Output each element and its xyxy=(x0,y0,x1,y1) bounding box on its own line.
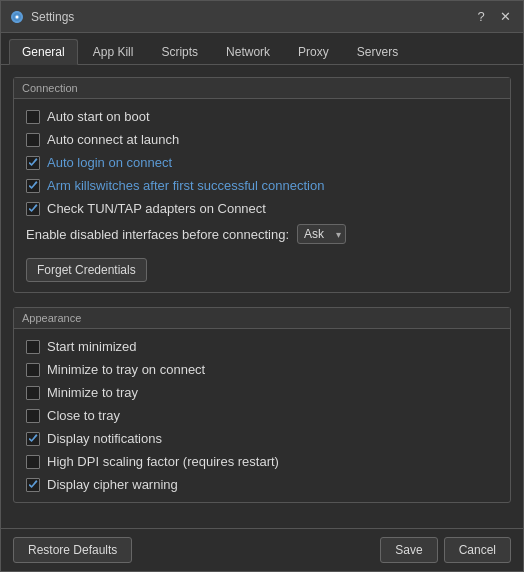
tab-network[interactable]: Network xyxy=(213,39,283,64)
display-cipher-label: Display cipher warning xyxy=(47,477,178,492)
auto-start-checkbox[interactable] xyxy=(26,110,40,124)
auto-login-label: Auto login on connect xyxy=(47,155,172,170)
close-button[interactable]: ✕ xyxy=(495,7,515,27)
start-min-checkbox[interactable] xyxy=(26,340,40,354)
auto-login-checkbox[interactable] xyxy=(26,156,40,170)
appearance-section-content: Start minimized Minimize to tray on conn… xyxy=(14,329,510,502)
connection-section-content: Auto start on boot Auto connect at launc… xyxy=(14,99,510,292)
tab-general[interactable]: General xyxy=(9,39,78,65)
auto-login-row: Auto login on connect xyxy=(26,155,498,170)
auto-start-label: Auto start on boot xyxy=(47,109,150,124)
forget-credentials-button[interactable]: Forget Credentials xyxy=(26,258,147,282)
window-title: Settings xyxy=(31,10,471,24)
start-min-label: Start minimized xyxy=(47,339,137,354)
auto-start-row: Auto start on boot xyxy=(26,109,498,124)
svg-point-0 xyxy=(16,15,19,18)
help-button[interactable]: ? xyxy=(471,7,491,27)
min-tray-connect-row: Minimize to tray on connect xyxy=(26,362,498,377)
arm-kill-label: Arm killswitches after first successful … xyxy=(47,178,324,193)
close-tray-row: Close to tray xyxy=(26,408,498,423)
display-notif-checkbox[interactable] xyxy=(26,432,40,446)
high-dpi-label: High DPI scaling factor (requires restar… xyxy=(47,454,279,469)
appearance-section: Appearance Start minimized Minimize to t… xyxy=(13,307,511,503)
interface-row: Enable disabled interfaces before connec… xyxy=(26,224,498,244)
interface-label: Enable disabled interfaces before connec… xyxy=(26,227,289,242)
display-cipher-checkbox[interactable] xyxy=(26,478,40,492)
settings-window: Settings ? ✕ General App Kill Scripts Ne… xyxy=(0,0,524,572)
auto-connect-checkbox[interactable] xyxy=(26,133,40,147)
connection-section-title: Connection xyxy=(14,78,510,99)
close-tray-label: Close to tray xyxy=(47,408,120,423)
tab-appkill[interactable]: App Kill xyxy=(80,39,147,64)
interface-select[interactable]: Ask Yes No xyxy=(297,224,346,244)
auto-connect-row: Auto connect at launch xyxy=(26,132,498,147)
min-tray-connect-label: Minimize to tray on connect xyxy=(47,362,205,377)
appearance-section-title: Appearance xyxy=(14,308,510,329)
auto-connect-label: Auto connect at launch xyxy=(47,132,179,147)
connection-section: Connection Auto start on boot Auto conne… xyxy=(13,77,511,293)
min-tray-checkbox[interactable] xyxy=(26,386,40,400)
tab-proxy[interactable]: Proxy xyxy=(285,39,342,64)
display-notif-label: Display notifications xyxy=(47,431,162,446)
display-notif-row: Display notifications xyxy=(26,431,498,446)
display-cipher-row: Display cipher warning xyxy=(26,477,498,492)
start-min-row: Start minimized xyxy=(26,339,498,354)
cancel-button[interactable]: Cancel xyxy=(444,537,511,563)
footer-right: Save Cancel xyxy=(380,537,511,563)
titlebar-controls: ? ✕ xyxy=(471,7,515,27)
min-tray-label: Minimize to tray xyxy=(47,385,138,400)
interface-select-wrapper: Ask Yes No ▾ xyxy=(297,224,346,244)
restore-defaults-button[interactable]: Restore Defaults xyxy=(13,537,132,563)
close-tray-checkbox[interactable] xyxy=(26,409,40,423)
footer: Restore Defaults Save Cancel xyxy=(1,528,523,571)
min-tray-row: Minimize to tray xyxy=(26,385,498,400)
check-tun-row: Check TUN/TAP adapters on Connect xyxy=(26,201,498,216)
app-icon xyxy=(9,9,25,25)
check-tun-label: Check TUN/TAP adapters on Connect xyxy=(47,201,266,216)
titlebar: Settings ? ✕ xyxy=(1,1,523,33)
arm-kill-row: Arm killswitches after first successful … xyxy=(26,178,498,193)
save-button[interactable]: Save xyxy=(380,537,437,563)
tab-bar: General App Kill Scripts Network Proxy S… xyxy=(1,33,523,65)
min-tray-connect-checkbox[interactable] xyxy=(26,363,40,377)
high-dpi-checkbox[interactable] xyxy=(26,455,40,469)
tab-servers[interactable]: Servers xyxy=(344,39,411,64)
check-tun-checkbox[interactable] xyxy=(26,202,40,216)
high-dpi-row: High DPI scaling factor (requires restar… xyxy=(26,454,498,469)
tab-scripts[interactable]: Scripts xyxy=(148,39,211,64)
arm-kill-checkbox[interactable] xyxy=(26,179,40,193)
main-content: Connection Auto start on boot Auto conne… xyxy=(1,65,523,528)
